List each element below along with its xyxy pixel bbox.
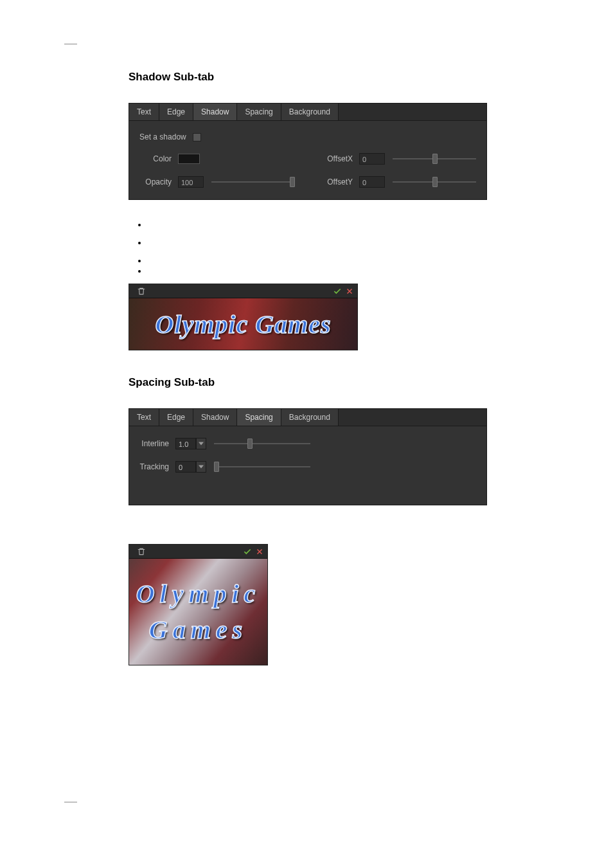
interline-slider[interactable] (214, 439, 310, 449)
label-offsetx: OffsetX (327, 154, 359, 163)
tab-bar-shadow: Text Edge Shadow Spacing Background (129, 104, 486, 121)
offsety-slider[interactable] (393, 177, 476, 187)
label-opacity: Opacity (139, 177, 178, 186)
header-rule (64, 44, 77, 44)
list-item (148, 237, 549, 241)
tab-bar-spacing: Text Edge Shadow Spacing Background (129, 409, 486, 426)
list-item (148, 266, 549, 269)
preview-toolbar (129, 284, 357, 298)
page-content: Shadow Sub-tab Text Edge Shadow Spacing … (0, 0, 613, 691)
heading-spacing: Spacing Sub-tab (129, 376, 549, 389)
tab-edge[interactable]: Edge (159, 104, 193, 120)
offsetx-input[interactable]: 0 (359, 153, 385, 165)
slider-thumb[interactable] (247, 439, 253, 449)
tab-text[interactable]: Text (129, 104, 159, 120)
preview-tall: Olympic Games (129, 544, 268, 665)
close-icon[interactable] (346, 287, 353, 295)
tab-spacing[interactable]: Spacing (237, 409, 281, 426)
preview-wide: Olympic Games (129, 284, 358, 350)
tracking-slider[interactable] (214, 462, 310, 472)
opacity-slider[interactable] (211, 177, 295, 187)
tracking-dropdown[interactable]: 0 (175, 461, 206, 473)
opacity-input[interactable]: 100 (178, 176, 204, 188)
preview-text-stack: Olympic Games (136, 576, 261, 648)
label-tracking: Tracking (139, 462, 175, 471)
shadow-color-swatch[interactable] (178, 154, 200, 164)
trash-icon[interactable] (137, 287, 146, 296)
footer-rule (64, 802, 77, 802)
label-set-shadow: Set a shadow (139, 132, 193, 141)
tab-shadow[interactable]: Shadow (193, 409, 237, 426)
check-icon[interactable] (333, 287, 342, 296)
slider-track (214, 443, 310, 444)
tab-spacing[interactable]: Spacing (237, 104, 281, 120)
tab-edge[interactable]: Edge (159, 409, 193, 426)
slider-thumb[interactable] (432, 177, 438, 187)
offsety-input[interactable]: 0 (359, 176, 385, 188)
chevron-down-icon[interactable] (196, 461, 206, 473)
list-item (148, 219, 549, 223)
offsetx-slider[interactable] (393, 154, 476, 164)
heading-shadow: Shadow Sub-tab (129, 71, 549, 84)
preview-image: Olympic Games (129, 559, 267, 665)
slider-track (214, 466, 310, 467)
list-item (148, 255, 549, 259)
preview-line2: Games (149, 615, 247, 644)
trash-icon[interactable] (137, 547, 146, 556)
set-shadow-checkbox[interactable] (193, 133, 201, 141)
label-offsety: OffsetY (327, 177, 359, 186)
spacing-panel-body: Interline 1.0 Tracking 0 (129, 426, 486, 505)
shadow-panel: Text Edge Shadow Spacing Background Set … (129, 103, 487, 200)
preview-text: Olympic Games (155, 309, 331, 339)
slider-thumb[interactable] (214, 462, 219, 472)
tab-text[interactable]: Text (129, 409, 159, 426)
preview-image: Olympic Games (129, 298, 357, 350)
interline-dropdown[interactable]: 1.0 (175, 438, 206, 449)
tab-shadow[interactable]: Shadow (193, 104, 237, 120)
slider-thumb[interactable] (432, 154, 438, 164)
preview-line1: Olympic (136, 579, 261, 608)
shadow-panel-body: Set a shadow Color OffsetX 0 Opacity 100 (129, 121, 486, 199)
spacing-panel: Text Edge Shadow Spacing Background Inte… (129, 408, 487, 505)
slider-track (211, 181, 295, 183)
label-interline: Interline (139, 439, 175, 448)
tab-background[interactable]: Background (281, 409, 339, 426)
tracking-value[interactable]: 0 (175, 461, 196, 473)
bullet-list-shadow (148, 219, 549, 269)
chevron-down-icon[interactable] (196, 438, 206, 449)
label-color: Color (139, 154, 178, 163)
preview-toolbar (129, 545, 267, 559)
close-icon[interactable] (256, 548, 263, 556)
interline-value[interactable]: 1.0 (175, 438, 196, 449)
slider-thumb[interactable] (290, 177, 295, 187)
tab-background[interactable]: Background (281, 104, 339, 120)
check-icon[interactable] (243, 547, 252, 556)
